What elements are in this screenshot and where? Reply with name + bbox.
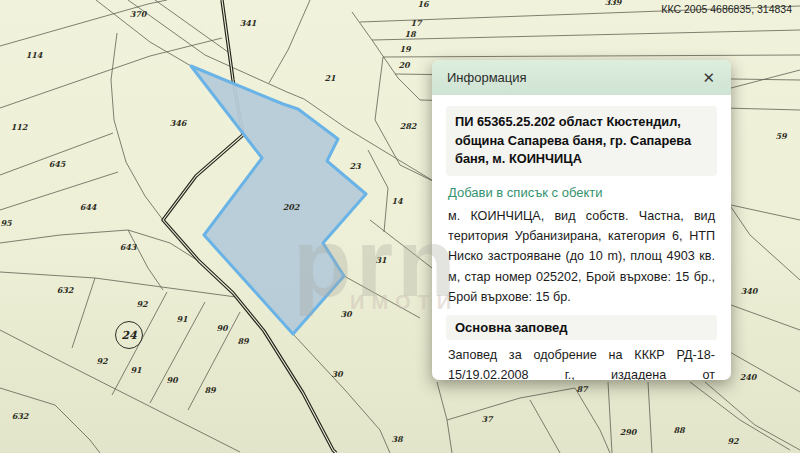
parcel-label: 92: [136, 299, 147, 309]
info-panel-header: Информация ✕: [432, 60, 731, 95]
parcel-label: 19: [399, 44, 410, 54]
parcel-label: 14: [391, 196, 402, 206]
parcel-label: 645: [49, 159, 66, 169]
parcel-label: 90: [216, 323, 227, 333]
parcel-label: 370: [130, 9, 147, 19]
parcel-label: 30: [340, 309, 351, 319]
parcel-label: 89: [204, 385, 215, 395]
info-panel-title: Информация: [447, 70, 527, 85]
parcel-label: 92: [96, 356, 107, 366]
parcel-label: 90: [166, 375, 177, 385]
section-heading-main-order: Основна заповед: [446, 315, 717, 340]
parcel-label: 91: [176, 314, 187, 324]
parcel-label: 290: [620, 427, 637, 437]
parcel-label: 202: [283, 202, 300, 212]
parcel-label: 643: [120, 242, 137, 252]
parcel-label: 87: [576, 384, 587, 394]
cadastral-map-viewer: 3393703411617181920211141123462825923142…: [0, 0, 800, 453]
parcel-label: 340: [741, 286, 758, 296]
parcel-label: 341: [240, 18, 257, 28]
circled-parcel-label-text: 24: [121, 329, 136, 342]
circled-parcel-label: 24: [115, 321, 143, 349]
parcel-label: 17: [410, 18, 421, 28]
parcel-label: 23: [349, 161, 360, 171]
parcel-label: 30: [331, 369, 342, 379]
parcel-label: 92: [727, 436, 738, 446]
parcel-label: 59: [775, 131, 786, 141]
close-icon[interactable]: ✕: [698, 68, 719, 87]
parcel-label: 632: [12, 411, 29, 421]
parcel-title: ПИ 65365.25.202 област Кюстендил, община…: [446, 106, 717, 176]
map-coordinates-label: ККС 2005 4686835, 314834: [661, 3, 792, 15]
parcel-label: 112: [11, 122, 28, 132]
parcel-label: 346: [170, 118, 187, 128]
main-order-text: Заповед за одобрение на КККР РД-18-15/19…: [448, 345, 715, 380]
parcel-description: м. КОИНЧИЦА, вид собств. Частна, вид тер…: [448, 206, 715, 308]
parcel-label: 20: [398, 60, 409, 70]
parcel-label: 339: [605, 0, 622, 7]
add-to-list-link[interactable]: Добави в списък с обекти: [448, 185, 715, 200]
info-panel-body: ПИ 65365.25.202 област Кюстендил, община…: [432, 95, 731, 380]
parcel-label: 632: [57, 285, 74, 295]
parcel-label: 88: [673, 425, 684, 435]
parcel-label: 16: [417, 0, 428, 9]
parcel-label: 282: [400, 121, 417, 131]
parcel-label: 38: [391, 434, 402, 444]
parcel-label: 31: [375, 255, 386, 265]
parcel-label: 240: [740, 372, 757, 382]
parcel-label: 644: [80, 202, 97, 212]
parcel-label: 18: [404, 29, 415, 39]
info-panel: Информация ✕ ПИ 65365.25.202 област Кюст…: [432, 60, 731, 380]
parcel-label: 21: [324, 73, 335, 83]
parcel-label: 91: [130, 365, 141, 375]
parcel-label: 95: [0, 218, 11, 228]
parcel-label: 37: [481, 414, 492, 424]
parcel-label: 89: [237, 336, 248, 346]
parcel-label: 114: [26, 50, 43, 60]
